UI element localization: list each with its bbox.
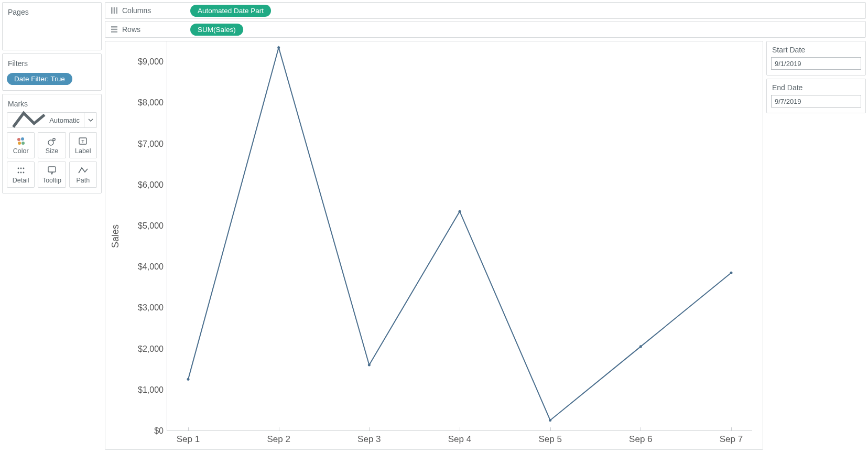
mark-tooltip-button[interactable]: Tooltip	[38, 162, 66, 188]
marks-card: Marks Automatic Co	[2, 94, 102, 193]
svg-rect-15	[111, 7, 113, 14]
svg-point-1	[21, 137, 24, 141]
marks-type-select[interactable]: Automatic	[7, 112, 97, 128]
mark-tooltip-label: Tooltip	[42, 177, 61, 184]
pages-card: Pages	[2, 2, 102, 50]
mark-size-button[interactable]: Size	[38, 132, 66, 158]
x-tick-label: Sep 7	[720, 434, 743, 445]
y-tick-label: $1,000	[138, 385, 164, 395]
y-tick-label: $0	[154, 426, 164, 436]
y-tick-label: $8,000	[138, 98, 164, 107]
line-icon	[12, 110, 46, 131]
y-tick-label: $9,000	[138, 57, 164, 67]
x-tick-label: Sep 3	[357, 434, 381, 445]
mark-path-label: Path	[76, 177, 90, 184]
size-icon	[47, 136, 57, 146]
svg-point-9	[20, 168, 21, 169]
rows-pill[interactable]: SUM(Sales)	[190, 24, 243, 36]
x-tick-label: Sep 2	[267, 434, 290, 445]
end-date-input[interactable]	[771, 95, 861, 107]
data-line	[188, 48, 731, 421]
columns-pill[interactable]: Automated Date Part	[190, 5, 271, 17]
svg-rect-14	[48, 167, 56, 172]
svg-point-11	[17, 172, 19, 174]
x-tick-label: Sep 5	[538, 434, 561, 445]
svg-point-4	[48, 140, 53, 145]
mark-label-label: Label	[75, 147, 91, 155]
data-point[interactable]	[730, 272, 733, 274]
svg-point-8	[17, 168, 19, 169]
data-point[interactable]	[277, 46, 280, 49]
svg-point-13	[23, 172, 24, 174]
svg-rect-16	[114, 7, 115, 14]
rows-label: Rows	[122, 25, 140, 34]
mark-label-button[interactable]: T Label	[69, 132, 97, 158]
end-date-label: End Date	[771, 82, 861, 95]
svg-point-12	[20, 172, 21, 174]
y-tick-label: $3,000	[138, 303, 164, 313]
x-tick-label: Sep 4	[448, 434, 471, 445]
columns-label: Columns	[122, 6, 151, 15]
data-point[interactable]	[639, 345, 642, 348]
start-date-input[interactable]	[771, 57, 861, 70]
svg-point-10	[23, 168, 24, 169]
svg-rect-20	[111, 31, 117, 33]
columns-shelf[interactable]: Columns Automated Date Part	[105, 2, 866, 19]
data-point[interactable]	[549, 419, 551, 422]
svg-text:T: T	[82, 139, 85, 144]
marks-type-label: Automatic	[49, 116, 80, 124]
chart-view[interactable]: Sales $0$1,000$2,000$3,000$4,000$5,000$6…	[105, 41, 763, 450]
x-tick-label: Sep 1	[177, 434, 200, 445]
y-axis-title: Sales	[110, 224, 121, 248]
svg-rect-18	[111, 26, 117, 28]
svg-rect-17	[116, 7, 118, 14]
y-tick-label: $5,000	[138, 221, 164, 231]
filters-card: Filters Date Filter: True	[2, 53, 102, 91]
columns-icon	[111, 7, 118, 14]
path-icon	[78, 165, 88, 176]
data-point[interactable]	[187, 378, 190, 381]
rows-shelf[interactable]: Rows SUM(Sales)	[105, 21, 866, 38]
svg-point-0	[17, 138, 20, 141]
mark-color-label: Color	[13, 147, 29, 155]
rows-icon	[111, 26, 118, 33]
data-point[interactable]	[459, 210, 461, 213]
mark-path-button[interactable]: Path	[69, 162, 97, 188]
detail-icon	[16, 165, 26, 176]
y-tick-label: $6,000	[138, 180, 164, 190]
filters-title: Filters	[7, 57, 97, 72]
svg-point-3	[21, 142, 25, 145]
tooltip-icon	[47, 165, 57, 176]
y-tick-label: $4,000	[138, 262, 164, 272]
svg-point-5	[53, 138, 55, 141]
filter-pill-date[interactable]: Date Filter: True	[7, 73, 72, 85]
y-tick-label: $7,000	[138, 139, 164, 149]
color-icon	[16, 136, 26, 146]
start-date-label: Start Date	[771, 45, 861, 57]
start-date-card: Start Date	[766, 41, 866, 76]
mark-detail-label: Detail	[13, 177, 29, 184]
svg-rect-19	[111, 29, 117, 30]
y-tick-label: $2,000	[138, 345, 164, 354]
mark-color-button[interactable]: Color	[7, 132, 35, 158]
pages-title: Pages	[7, 6, 97, 20]
mark-detail-button[interactable]: Detail	[7, 162, 35, 188]
data-point[interactable]	[368, 364, 371, 367]
label-icon: T	[78, 136, 88, 146]
end-date-card: End Date	[766, 79, 866, 113]
mark-size-label: Size	[46, 147, 58, 155]
svg-point-2	[18, 142, 21, 145]
pages-drop-zone[interactable]	[7, 20, 97, 45]
chevron-down-icon	[84, 113, 96, 127]
line-chart-svg	[167, 41, 752, 431]
x-tick-label: Sep 6	[629, 434, 652, 445]
